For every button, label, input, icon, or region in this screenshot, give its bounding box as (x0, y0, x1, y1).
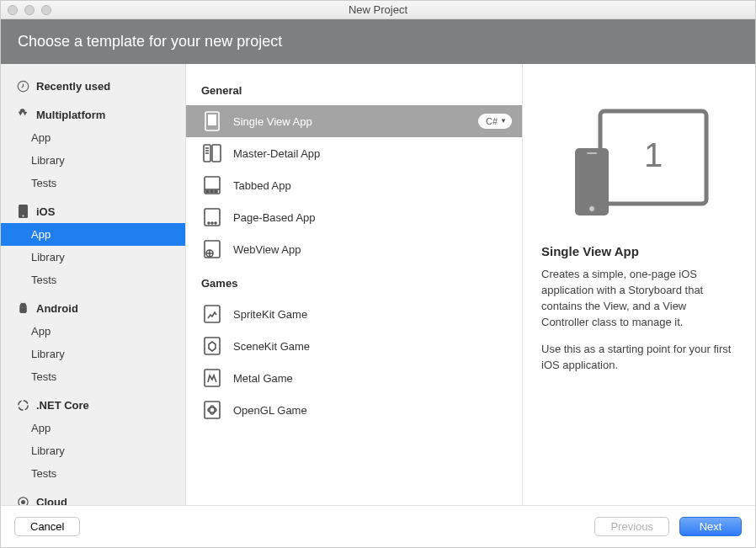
dialog-header: Choose a template for your new project (1, 19, 755, 64)
dialog-title: Choose a template for your new project (18, 33, 282, 50)
svg-point-22 (215, 222, 216, 224)
sidebar-group-android: Android App Library Tests (1, 295, 185, 388)
template-section-general: General (186, 72, 522, 105)
close-window-button[interactable] (8, 5, 18, 15)
template-label: Tabbed App (233, 179, 512, 192)
sidebar-group-ios: iOS App Library Tests (1, 198, 185, 291)
svg-rect-18 (215, 191, 217, 193)
template-label: Master-Detail App (233, 147, 512, 160)
sidebar-item-multiplatform-library[interactable]: Library (1, 149, 185, 172)
sidebar-label: Cloud (36, 496, 67, 506)
sidebar-item-recently-used[interactable]: Recently used (1, 72, 185, 98)
sidebar-label: iOS (36, 205, 55, 218)
ios-icon (16, 205, 29, 218)
footer-right: Previous Next (594, 517, 742, 536)
template-master-detail-app[interactable]: Master-Detail App (186, 137, 522, 169)
preview-description-2: Use this as a starting point for your fi… (541, 342, 737, 374)
svg-point-33 (589, 206, 594, 211)
cancel-button[interactable]: Cancel (14, 517, 80, 536)
template-label: OpenGL Game (233, 404, 512, 417)
webview-icon (201, 238, 223, 260)
sidebar-category-ios[interactable]: iOS (1, 198, 185, 223)
sidebar-label: Multiplatform (36, 109, 105, 121)
template-label: SceneKit Game (233, 340, 512, 353)
preview-pane: 1 Single View App Creates a simple, one-… (523, 64, 755, 505)
template-label: Single View App (233, 115, 468, 128)
sidebar-category-android[interactable]: Android (1, 295, 185, 320)
sidebar-item-android-library[interactable]: Library (1, 343, 185, 365)
sidebar-group-cloud: Cloud General (1, 488, 185, 505)
template-opengl-game[interactable]: OpenGL Game (186, 394, 522, 426)
svg-point-21 (211, 222, 213, 224)
preview-graphic-label: 1 (644, 136, 663, 173)
next-button[interactable]: Next (679, 517, 742, 536)
svg-rect-10 (212, 145, 221, 162)
sidebar-label: .NET Core (36, 399, 89, 412)
template-metal-game[interactable]: Metal Game (186, 362, 522, 394)
sidebar-item-netcore-library[interactable]: Library (1, 439, 185, 462)
template-single-view-app[interactable]: 1 Single View App C# ▼ (186, 105, 522, 137)
clock-icon (16, 79, 29, 93)
sidebar-label: Android (36, 302, 78, 315)
sidebar-item-multiplatform-tests[interactable]: Tests (1, 172, 185, 194)
page-based-icon (201, 206, 223, 228)
svg-point-20 (208, 222, 210, 224)
svg-point-5 (21, 500, 24, 503)
sidebar-item-ios-tests[interactable]: Tests (1, 269, 185, 291)
android-icon (16, 301, 29, 315)
sidebar-item-netcore-app[interactable]: App (1, 417, 185, 439)
master-detail-icon (201, 142, 223, 164)
sidebar-item-android-app[interactable]: App (1, 320, 185, 343)
svg-point-3 (18, 400, 27, 409)
sidebar-category-multiplatform[interactable]: Multiplatform (1, 101, 185, 126)
sidebar-category-netcore[interactable]: .NET Core (1, 391, 185, 417)
sidebar-item-ios-library[interactable]: Library (1, 246, 185, 269)
minimize-window-button[interactable] (24, 5, 35, 15)
svg-rect-32 (575, 148, 609, 215)
sidebar-item-ios-app[interactable]: App (1, 223, 185, 246)
template-label: Page-Based App (233, 211, 512, 224)
dialog-footer: Cancel Previous Next (1, 505, 755, 547)
svg-rect-25 (205, 306, 220, 322)
sidebar-item-netcore-tests[interactable]: Tests (1, 462, 185, 485)
template-scenekit-game[interactable]: SceneKit Game (186, 330, 522, 362)
multiplatform-icon (16, 108, 29, 121)
template-webview-app[interactable]: WebView App (186, 233, 522, 265)
template-label: Metal Game (233, 372, 512, 385)
template-section-games: Games (186, 265, 522, 298)
template-label: SpriteKit Game (233, 308, 512, 321)
previous-button[interactable]: Previous (594, 517, 669, 536)
chevron-down-icon: ▼ (500, 114, 507, 128)
svg-point-2 (22, 215, 24, 217)
sidebar-group-recent: Recently used (1, 72, 185, 98)
svg-rect-17 (210, 191, 213, 193)
preview-graphic: 1 (541, 81, 737, 244)
sidebar-category-cloud[interactable]: Cloud (1, 488, 185, 505)
spritekit-icon (201, 303, 223, 325)
preview-title: Single View App (541, 244, 737, 258)
svg-rect-28 (205, 402, 220, 418)
sidebar-item-multiplatform-app[interactable]: App (1, 126, 185, 149)
sidebar-group-netcore: .NET Core App Library Tests (1, 391, 185, 485)
window-title: New Project (1, 3, 755, 16)
language-select[interactable]: C# ▼ (478, 114, 512, 129)
preview-description-1: Creates a simple, one-page iOS applicati… (541, 267, 737, 330)
templates-list: General 1 Single View App C# ▼ Master-De… (186, 64, 523, 505)
template-tabbed-app[interactable]: Tabbed App (186, 169, 522, 201)
cloud-icon (16, 495, 29, 505)
opengl-icon (201, 399, 223, 421)
sidebar-item-android-tests[interactable]: Tests (1, 365, 185, 388)
single-view-icon: 1 (201, 110, 223, 132)
main-content: Recently used Multiplatform App Library … (1, 64, 755, 505)
tabbed-icon (201, 174, 223, 196)
sidebar-label: Recently used (36, 80, 110, 93)
sidebar-group-multiplatform: Multiplatform App Library Tests (1, 101, 185, 194)
template-spritekit-game[interactable]: SpriteKit Game (186, 298, 522, 330)
new-project-dialog: New Project Choose a template for your n… (0, 0, 756, 548)
template-label: WebView App (233, 243, 512, 256)
language-label: C# (486, 114, 498, 128)
zoom-window-button[interactable] (41, 5, 51, 15)
svg-text:1: 1 (210, 116, 214, 125)
traffic-lights (1, 5, 51, 15)
template-page-based-app[interactable]: Page-Based App (186, 201, 522, 233)
